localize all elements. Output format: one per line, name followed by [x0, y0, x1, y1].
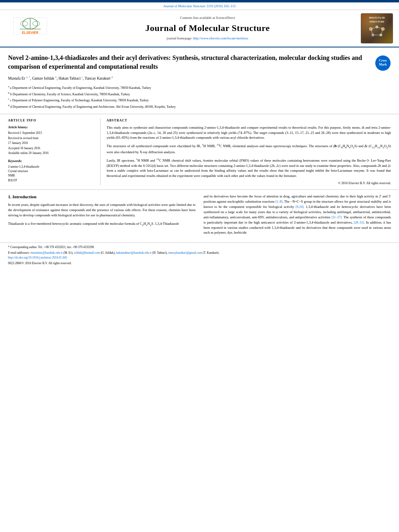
elsevier-logo: ELSEVIER [10, 16, 50, 40]
svg-text:Mark: Mark [379, 63, 387, 66]
keyword-2: NMR [8, 173, 94, 178]
svg-text:Cross: Cross [379, 59, 387, 62]
intro-section-title: 1. Introduction [8, 194, 195, 200]
intro-para-2: Thiadiazole is a five-membered heterocyc… [8, 221, 195, 227]
affil-d: d d Department of Chemical Engineering, … [8, 103, 391, 109]
journal-meta-text: Journal of Molecular Structure 1110 (201… [163, 4, 235, 8]
molecular-structure-badge: MOLECULAR STRUCTURE [361, 13, 393, 43]
page-wrapper: Journal of Molecular Structure 1110 (201… [0, 0, 399, 268]
abstract-col: ABSTRACT This study aims to synthesize a… [101, 118, 391, 185]
journal-title: Journal of Molecular Structure [145, 22, 269, 35]
body-section: 1. Introduction In recent years, despite… [0, 190, 399, 242]
abstract-heading: ABSTRACT [107, 118, 391, 123]
footer-email-hakan[interactable]: hakantahtaci@karabuk.edu.tr [116, 251, 152, 255]
mol-badge-text: MOLECULAR STRUCTURE [365, 15, 389, 42]
sciencedirect-line: Contents lists available at ScienceDirec… [180, 16, 235, 21]
keyword-0: 2-amino-1,3,4-thiadiazole [8, 164, 94, 169]
history-item-4: Available online 20 January 2016 [8, 151, 94, 156]
article-info-heading: ARTICLE INFO [8, 118, 94, 123]
article-title-row: Novel 2-amino-1,3,4-thiadiazoles and the… [8, 53, 391, 72]
history-item-2: 17 January 2016 [8, 141, 94, 146]
cite-1-8[interactable]: [1–8] [276, 200, 282, 203]
svg-point-4 [33, 21, 40, 26]
affil-c: c c Department of Polymer Engineering, F… [8, 97, 391, 103]
body-left-col: 1. Introduction In recent years, despite… [8, 194, 195, 238]
footer-email-tuncay[interactable]: tuncaykarakurt@gmail.com [168, 251, 202, 255]
history-item-0: Received 1 September 2015 [8, 131, 94, 136]
cite-11-27[interactable]: [11–27] [331, 216, 341, 219]
crossmark-badge[interactable]: Cross Mark [375, 55, 391, 71]
svg-text:ELSEVIER: ELSEVIER [22, 31, 39, 35]
article-info-abstract-section: ARTICLE INFO Article history: Received 1… [0, 114, 399, 190]
affil-b: b b Department of Chemistry, Faculty of … [8, 91, 391, 97]
authors-line: Mustafa Er a, *, Gamze Isildak b, Hakan … [8, 76, 391, 81]
article-history-label: Article history: [8, 125, 94, 129]
keywords-label: Keywords: [8, 159, 94, 163]
header-section: ELSEVIER Contents lists available at Sci… [0, 10, 399, 47]
footer-doi-line: http://dx.doi.org/10.1016/j.molstruc.201… [8, 256, 391, 260]
footer-email-label: E-mail addresses: [8, 251, 30, 255]
svg-point-3 [21, 21, 28, 26]
keyword-1: Crystal structure [8, 169, 94, 173]
homepage-line: journal homepage: http://www.elsevier.co… [167, 36, 248, 41]
footer-email-gamze[interactable]: isildak@hotmail.com [74, 251, 100, 255]
keywords-section: Keywords: 2-amino-1,3,4-thiadiazole Crys… [8, 159, 94, 183]
molecular-structure-badge-container: MOLECULAR STRUCTURE [359, 13, 395, 43]
abstract-para-3: Lastly, IR spectrum, 1H NMR and 13C NMR … [107, 157, 391, 179]
cite-9-10[interactable]: [9,10] [296, 205, 303, 209]
journal-meta-bar: Journal of Molecular Structure 1110 (201… [0, 2, 399, 10]
abstract-text: This study aims to synthesize and charac… [107, 125, 391, 179]
abstract-para-1: This study aims to synthesize and charac… [107, 125, 391, 140]
elsevier-logo-container: ELSEVIER [4, 13, 56, 43]
footer-section: * Corresponding author. Tel.: +90 370 43… [0, 242, 399, 268]
footer-issn: 0022-2860/© 2016 Elsevier B.V. All right… [8, 261, 391, 266]
footer-doi-link[interactable]: http://dx.doi.org/10.1016/j.molstruc.201… [8, 256, 67, 259]
body-right-col: and its derivatives have become the focu… [204, 194, 391, 238]
body-two-col: 1. Introduction In recent years, despite… [8, 194, 391, 238]
intro-right-para: and its derivatives have become the focu… [204, 194, 391, 235]
affiliations: a a Department of Chemical Engineering, … [8, 84, 391, 109]
abstract-para-2: The structures of all synthesized compou… [107, 143, 391, 155]
copyright-line: © 2016 Elsevier B.V. All rights reserved… [107, 181, 391, 185]
homepage-url-link[interactable]: http://www.elsevier.com/locate/molstruc [193, 36, 249, 40]
footer-email-mustafa[interactable]: mustafaer@karabuk.edu.tr [31, 251, 63, 255]
sciencedirect-prefix: Contents lists available at ScienceDirec… [180, 16, 235, 20]
cite-28-31[interactable]: [28–31] [354, 221, 364, 224]
affil-a: a a Department of Chemical Engineering, … [8, 84, 391, 90]
keyword-3: B3LYP [8, 178, 94, 183]
history-item-1: Received in revised form [8, 136, 94, 141]
history-item-3: Accepted 18 January 2016 [8, 146, 94, 151]
homepage-label: journal homepage: [167, 36, 192, 40]
header-center: Contents lists available at ScienceDirec… [60, 13, 355, 43]
footer-corresponding-note: * Corresponding author. Tel.: +90 370 43… [8, 245, 391, 250]
article-section: Novel 2-amino-1,3,4-thiadiazoles and the… [0, 47, 399, 114]
article-info-col: ARTICLE INFO Article history: Received 1… [8, 118, 101, 185]
intro-para-1: In recent years, despite significant inc… [8, 202, 195, 218]
article-title: Novel 2-amino-1,3,4-thiadiazoles and the… [8, 53, 371, 72]
footer-email-line: E-mail addresses: mustafaer@karabuk.edu.… [8, 251, 391, 255]
